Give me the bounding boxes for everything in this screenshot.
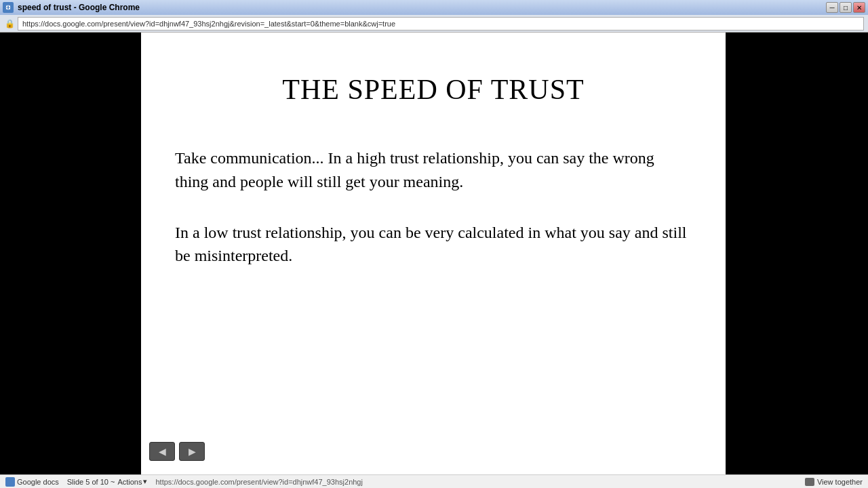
sidebar-left xyxy=(0,33,141,474)
prev-slide-button[interactable]: ◀ xyxy=(149,442,175,461)
maximize-button[interactable]: □ xyxy=(840,2,852,13)
slide-body: Take communication... In a high trust re… xyxy=(175,146,692,295)
security-icon: 🔒 xyxy=(4,18,15,29)
browser-icon xyxy=(3,2,14,13)
window-controls: ─ □ ✕ xyxy=(826,2,865,13)
main-area: THE SPEED OF TRUST Take communication...… xyxy=(0,33,868,474)
status-url: https://docs.google.com/present/view?id=… xyxy=(155,478,804,486)
view-together-button[interactable]: View together xyxy=(805,478,863,486)
google-docs-icon xyxy=(5,477,15,487)
address-input[interactable] xyxy=(18,17,864,30)
view-together-label: View together xyxy=(817,478,863,486)
slide-title: THE SPEED OF TRUST xyxy=(175,73,692,106)
title-bar-left: speed of trust - Google Chrome xyxy=(3,2,140,13)
actions-arrow-icon: ▾ xyxy=(143,477,147,486)
slide-paragraph-2: In a low trust relationship, you can be … xyxy=(175,221,692,268)
google-docs-label: Google docs xyxy=(17,478,59,486)
slide-container: THE SPEED OF TRUST Take communication...… xyxy=(141,33,726,474)
title-bar: speed of trust - Google Chrome ─ □ ✕ xyxy=(0,0,868,15)
google-docs-logo: Google docs xyxy=(5,477,59,487)
next-slide-button[interactable]: ▶ xyxy=(179,442,205,461)
close-button[interactable]: ✕ xyxy=(853,2,865,13)
sidebar-right xyxy=(726,33,868,474)
slide-paragraph-1: Take communication... In a high trust re… xyxy=(175,146,692,194)
slide-counter: Slide 5 of 10 ~ xyxy=(67,478,115,486)
address-bar: 🔒 xyxy=(0,15,868,33)
nav-arrows: ◀ ▶ xyxy=(149,442,205,461)
window-title: speed of trust - Google Chrome xyxy=(18,3,140,12)
status-bar: Google docs Slide 5 of 10 ~ Actions ▾ ht… xyxy=(0,474,868,488)
chat-icon xyxy=(805,478,814,486)
actions-label: Actions xyxy=(117,478,142,486)
actions-button[interactable]: Actions ▾ xyxy=(117,477,147,486)
minimize-button[interactable]: ─ xyxy=(826,2,838,13)
